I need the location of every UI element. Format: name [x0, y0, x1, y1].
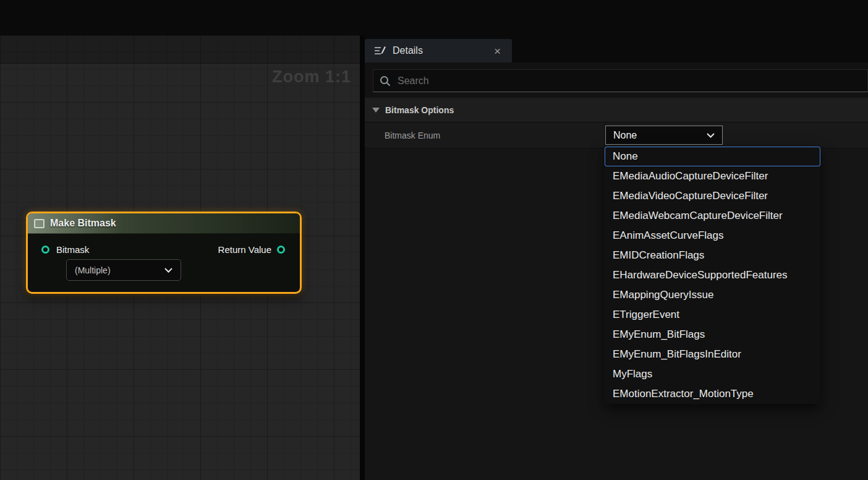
dropdown-item[interactable]: EMappingQueryIssue: [605, 285, 820, 305]
make-bitmask-node[interactable]: Make Bitmask Bitmask Return Value (Multi…: [26, 212, 302, 294]
property-row-bitmask-enum: Bitmask Enum None: [365, 122, 868, 148]
details-tab-bar: Details ×: [365, 35, 868, 62]
dropdown-item[interactable]: EMIDCreationFlags: [605, 246, 820, 265]
close-icon[interactable]: ×: [491, 44, 503, 58]
search-box[interactable]: [373, 69, 868, 92]
enum-dropdown-list: NoneEMediaAudioCaptureDeviceFilterEMedia…: [605, 147, 820, 404]
zoom-level-label: Zoom 1:1: [272, 67, 351, 87]
make-struct-icon: [34, 219, 45, 228]
details-tab-icon: [373, 45, 386, 57]
return-value-pin-icon[interactable]: [277, 246, 285, 254]
search-area: [365, 62, 868, 98]
dropdown-item[interactable]: MyFlags: [605, 364, 820, 384]
editor-window: Zoom 1:1 Make Bitmask Bitmask Return Val…: [0, 0, 868, 480]
chevron-down-icon: [164, 268, 172, 273]
details-tab-title: Details: [393, 45, 485, 56]
bitmask-value-dropdown[interactable]: (Multiple): [66, 259, 181, 281]
node-title: Make Bitmask: [50, 218, 116, 229]
dropdown-item[interactable]: EHardwareDeviceSupportedFeatures: [605, 265, 820, 285]
combobox-value: None: [613, 130, 637, 141]
return-value-pin-row: Return Value: [218, 244, 285, 255]
chevron-down-icon: [707, 133, 715, 138]
dropdown-item[interactable]: ETriggerEvent: [605, 305, 820, 325]
search-icon: [380, 75, 391, 87]
dropdown-item[interactable]: EMotionExtractor_MotionType: [605, 384, 820, 404]
details-panel: Details × Bitmask Options Bitmask Enum N…: [365, 35, 868, 480]
section-title: Bitmask Options: [385, 105, 454, 115]
top-toolbar: [0, 0, 868, 35]
section-bitmask-options[interactable]: Bitmask Options: [365, 98, 868, 122]
dropdown-item[interactable]: EMediaAudioCaptureDeviceFilter: [605, 166, 820, 186]
bitmask-value-label: (Multiple): [75, 265, 111, 275]
graph-top-strip: [0, 35, 360, 64]
dropdown-item[interactable]: EMediaWebcamCaptureDeviceFilter: [605, 206, 820, 226]
dropdown-item[interactable]: EMediaVideoCaptureDeviceFilter: [605, 186, 820, 206]
bitmask-enum-combobox[interactable]: None: [605, 126, 723, 145]
return-value-pin-label: Return Value: [218, 244, 271, 255]
dropdown-item[interactable]: None: [605, 147, 820, 166]
bitmask-input-pin-row: Bitmask: [41, 244, 89, 255]
bitmask-input-pin-label: Bitmask: [56, 244, 89, 255]
dropdown-item[interactable]: EMyEnum_BitFlags: [605, 325, 820, 345]
tab-details[interactable]: Details ×: [365, 39, 512, 62]
search-input[interactable]: [398, 75, 861, 87]
blueprint-graph-canvas[interactable]: Zoom 1:1 Make Bitmask Bitmask Return Val…: [0, 35, 360, 480]
bitmask-input-pin-icon[interactable]: [41, 246, 49, 254]
section-expand-arrow-icon: [372, 108, 380, 113]
panel-divider[interactable]: [360, 35, 365, 480]
dropdown-item[interactable]: EMyEnum_BitFlagsInEditor: [605, 345, 820, 364]
property-label: Bitmask Enum: [385, 122, 440, 148]
node-header[interactable]: Make Bitmask: [28, 213, 300, 234]
dropdown-item[interactable]: EAnimAssetCurveFlags: [605, 226, 820, 246]
